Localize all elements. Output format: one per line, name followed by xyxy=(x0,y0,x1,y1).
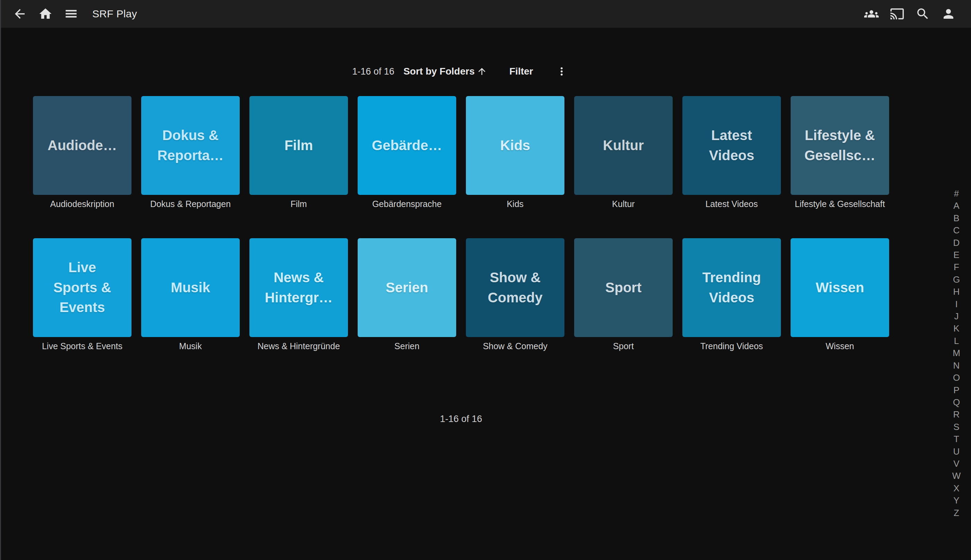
filter-button[interactable]: Filter xyxy=(509,66,533,77)
alphabet-letter[interactable]: N xyxy=(948,360,965,372)
back-button[interactable] xyxy=(7,1,33,27)
library-tile-image: Serien xyxy=(358,238,456,337)
left-edge-line xyxy=(0,0,1,560)
library-tile-label: Gebärdensprache xyxy=(358,199,456,209)
library-tile[interactable]: KulturKultur xyxy=(574,96,672,209)
library-tile[interactable]: Audiode…Audiodeskription xyxy=(33,96,132,209)
app-bar: SRF Play xyxy=(0,0,971,28)
library-tile-title: Live Sports & Events xyxy=(53,258,111,318)
filter-button-label: Filter xyxy=(509,66,533,77)
alphabet-letter[interactable]: R xyxy=(948,408,965,421)
page-title: SRF Play xyxy=(92,8,137,20)
alphabet-letter[interactable]: X xyxy=(948,482,965,495)
alphabet-letter[interactable]: E xyxy=(948,249,965,261)
user-icon xyxy=(941,7,956,21)
library-tile-label: Show & Comedy xyxy=(466,341,564,351)
library-tile-label: Wissen xyxy=(791,341,889,351)
library-tile[interactable]: Show & ComedyShow & Comedy xyxy=(466,238,564,351)
alphabet-letter[interactable]: M xyxy=(948,347,965,359)
alphabet-letter[interactable]: T xyxy=(948,433,965,445)
library-tile-title: Wissen xyxy=(816,278,864,298)
alphabet-letter[interactable]: V xyxy=(948,458,965,470)
library-tile[interactable]: KidsKids xyxy=(466,96,564,209)
library-tile-image: Trending Videos xyxy=(682,238,781,337)
library-tile[interactable]: Live Sports & EventsLive Sports & Events xyxy=(33,238,132,351)
library-tile[interactable]: Trending VideosTrending Videos xyxy=(682,238,781,351)
alphabet-letter[interactable]: G xyxy=(948,273,965,286)
cast-button[interactable] xyxy=(884,1,910,27)
library-tile-title: Lifestyle & Gesellsc… xyxy=(804,125,876,165)
alphabet-letter[interactable]: J xyxy=(948,310,965,322)
alphabet-letter[interactable]: D xyxy=(948,237,965,249)
people-group-icon xyxy=(864,7,879,21)
library-tile-label: Audiodeskription xyxy=(33,199,132,209)
alphabet-letter[interactable]: P xyxy=(948,384,965,396)
alphabet-letter[interactable]: L xyxy=(948,335,965,347)
library-tile-image: Latest Videos xyxy=(682,96,781,195)
user-button[interactable] xyxy=(936,1,961,27)
alphabet-letter[interactable]: Z xyxy=(948,507,965,519)
more-vert-icon xyxy=(556,65,568,78)
library-tile-title: Dokus & Reporta… xyxy=(157,125,224,165)
library-tile-label: Live Sports & Events xyxy=(33,341,132,351)
library-tile-image: Dokus & Reporta… xyxy=(141,96,240,195)
alphabet-letter[interactable]: Q xyxy=(948,396,965,408)
library-tile-title: Audiode… xyxy=(48,136,117,156)
library-tile-title: Latest Videos xyxy=(709,125,754,165)
library-tile[interactable]: FilmFilm xyxy=(249,96,348,209)
alphabet-letter[interactable]: F xyxy=(948,261,965,273)
library-tile-label: Kids xyxy=(466,199,564,209)
library-page: 1-16 of 16 Sort by Folders Filter Audiod… xyxy=(33,64,889,424)
library-tile-image: Musik xyxy=(141,238,240,337)
list-controls: 1-16 of 16 Sort by Folders Filter xyxy=(33,64,889,79)
library-tile-image: Audiode… xyxy=(33,96,132,195)
alphabet-letter[interactable]: B xyxy=(948,212,965,224)
library-tile[interactable]: MusikMusik xyxy=(141,238,240,351)
alphabet-letter[interactable]: C xyxy=(948,224,965,237)
library-tile-label: Sport xyxy=(574,341,672,351)
home-button[interactable] xyxy=(33,1,58,27)
search-icon xyxy=(916,7,930,21)
library-tile[interactable]: News & Hintergr…News & Hintergründe xyxy=(249,238,348,351)
home-icon xyxy=(38,7,53,21)
alphabet-letter[interactable]: O xyxy=(948,372,965,384)
more-menu-button[interactable] xyxy=(553,63,570,80)
alphabet-letter[interactable]: I xyxy=(948,298,965,310)
library-tile-image: Lifestyle & Gesellsc… xyxy=(791,96,889,195)
library-tile-image: Kultur xyxy=(574,96,672,195)
items-count-footer: 1-16 of 16 xyxy=(33,414,889,424)
library-tile-label: News & Hintergründe xyxy=(249,341,348,351)
library-tile-title: Kultur xyxy=(603,136,644,156)
hamburger-menu-icon xyxy=(64,7,78,21)
alphabet-letter[interactable]: U xyxy=(948,445,965,458)
library-tile-label: Lifestyle & Gesellschaft xyxy=(791,199,889,209)
sort-button[interactable]: Sort by Folders xyxy=(404,66,487,77)
library-tile-image: Sport xyxy=(574,238,672,337)
library-tile[interactable]: Dokus & Reporta…Dokus & Reportagen xyxy=(141,96,240,209)
alphabet-letter[interactable]: H xyxy=(948,286,965,298)
alphabet-letter[interactable]: A xyxy=(948,200,965,212)
arrow-up-icon xyxy=(475,66,487,77)
library-tile[interactable]: Gebärde…Gebärdensprache xyxy=(358,96,456,209)
alphabet-letter[interactable]: # xyxy=(948,188,965,200)
library-tile[interactable]: SerienSerien xyxy=(358,238,456,351)
syncplay-button[interactable] xyxy=(859,1,884,27)
library-tile-label: Dokus & Reportagen xyxy=(141,199,240,209)
library-tile-label: Musik xyxy=(141,341,240,351)
alphabet-letter[interactable]: W xyxy=(948,470,965,482)
alphabet-letter[interactable]: S xyxy=(948,421,965,433)
library-tile-title: Film xyxy=(284,136,313,156)
library-tile-image: News & Hintergr… xyxy=(249,238,348,337)
library-tile[interactable]: Latest VideosLatest Videos xyxy=(682,96,781,209)
search-button[interactable] xyxy=(910,1,936,27)
alphabet-letter[interactable]: K xyxy=(948,322,965,335)
library-tile[interactable]: Lifestyle & Gesellsc…Lifestyle & Gesells… xyxy=(791,96,889,209)
alphabet-letter[interactable]: Y xyxy=(948,495,965,507)
library-tile-label: Latest Videos xyxy=(682,199,781,209)
library-tile-title: News & Hintergr… xyxy=(265,268,333,308)
library-tile[interactable]: WissenWissen xyxy=(791,238,889,351)
library-tile[interactable]: SportSport xyxy=(574,238,672,351)
menu-button[interactable] xyxy=(58,1,84,27)
library-grid: Audiode…AudiodeskriptionDokus & Reporta…… xyxy=(33,96,889,380)
library-tile-label: Film xyxy=(249,199,348,209)
